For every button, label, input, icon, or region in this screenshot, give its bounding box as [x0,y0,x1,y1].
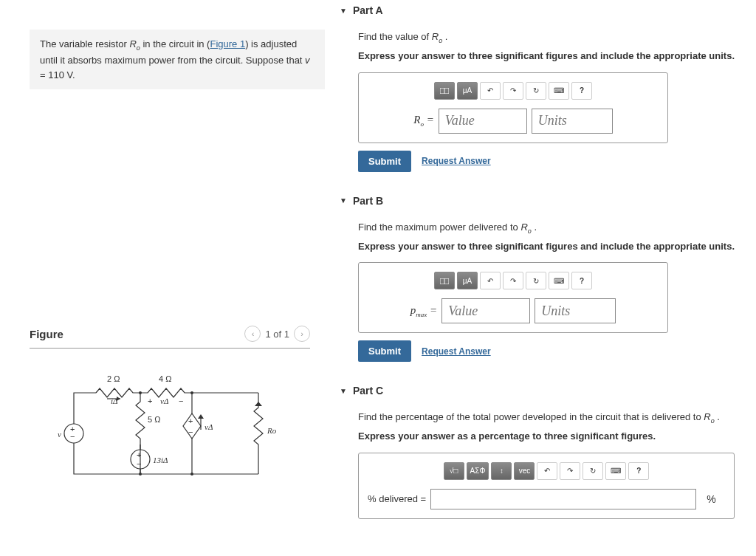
figure-title: Figure [30,328,63,340]
keyboard-button[interactable]: ⌨ [605,462,626,480]
answer-panel: ▼ Part A Find the value of Ro . Express … [340,0,756,538]
reset-button[interactable]: ↻ [526,272,546,289]
part-b-title: Part B [353,195,383,207]
help-button[interactable]: ? [571,82,592,100]
part-c-answer-box: √□ ΑΣΦ ↕ vec ↶ ↷ ↻ ⌨ ? % delivered = % [358,453,735,519]
part-c-unit: % [707,493,715,505]
redo-button[interactable]: ↷ [503,272,523,289]
svg-text:−: − [179,397,183,405]
part-c-title: Part C [353,385,383,397]
svg-text:+: + [188,416,193,425]
part-a-instruction: Find the value of Ro . [358,30,741,46]
svg-point-22 [190,473,193,476]
svg-text:v: v [58,430,61,439]
svg-text:−: − [188,428,193,436]
part-b-toolbar: ⎕⎕ μA ↶ ↷ ↻ ⌨ ? [368,272,659,289]
units-button[interactable]: μA [457,82,478,100]
problem-statement: The variable resistor Ro in the circuit … [30,30,325,89]
svg-text:4 Ω: 4 Ω [159,374,171,383]
part-c-lhs: % delivered = [368,493,426,504]
keyboard-button[interactable]: ⌨ [549,272,569,289]
vec-button[interactable]: vec [514,462,535,480]
svg-text:vΔ: vΔ [160,397,168,405]
part-a-header[interactable]: ▼ Part A [340,0,741,21]
svg-text:vΔ: vΔ [205,422,213,431]
part-c-instruction: Find the percentage of the total power d… [358,410,741,426]
collapse-icon: ▼ [340,387,347,395]
svg-text:2 Ω: 2 Ω [107,374,120,383]
circuit-diagram: .w{stroke:#333;stroke-width:1.2;fill:non… [52,363,288,481]
undo-button[interactable]: ↶ [537,462,557,480]
part-a: ▼ Part A Find the value of Ro . Express … [340,0,741,172]
part-c-header[interactable]: ▼ Part C [340,380,741,401]
figure-next-button[interactable]: › [294,326,310,342]
svg-text:Ro: Ro [267,426,277,435]
reset-button[interactable]: ↻ [526,82,546,100]
template-button[interactable]: ⎕⎕ [434,272,455,289]
part-b-submit-button[interactable]: Submit [358,340,411,362]
reset-button[interactable]: ↻ [583,462,603,480]
part-a-toolbar: ⎕⎕ μA ↶ ↷ ↻ ⌨ ? [368,82,659,100]
part-b-request-answer-link[interactable]: Request Answer [422,346,491,357]
redo-button[interactable]: ↷ [560,462,580,480]
text: The variable resistor [40,38,129,49]
units-button[interactable]: μA [457,272,478,289]
collapse-icon: ▼ [340,7,347,15]
help-button[interactable]: ? [628,462,649,480]
part-b-units-input[interactable] [535,298,616,323]
part-a-title: Part A [353,4,383,16]
problem-panel: The variable resistor Ro in the circuit … [0,0,340,538]
svg-text:+: + [137,450,141,459]
part-a-lhs: Ro = [413,114,434,128]
part-b-lhs: pmax = [410,304,437,318]
part-c: ▼ Part C Find the percentage of the tota… [340,380,741,519]
part-a-hint: Express your answer to three significant… [358,49,741,64]
part-a-answer-box: ⎕⎕ μA ↶ ↷ ↻ ⌨ ? Ro = [358,72,668,143]
keyboard-button[interactable]: ⌨ [549,82,569,100]
part-b-value-input[interactable] [441,298,530,323]
svg-point-21 [139,473,142,476]
svg-text:13iΔ: 13iΔ [153,456,168,464]
subsup-button[interactable]: ↕ [491,462,512,480]
part-a-request-answer-link[interactable]: Request Answer [422,156,491,166]
redo-button[interactable]: ↷ [503,82,523,100]
part-a-value-input[interactable] [439,109,527,134]
part-b: ▼ Part B Find the maximum power delivere… [340,191,741,363]
undo-button[interactable]: ↶ [480,82,501,100]
svg-text:+: + [148,397,152,405]
figure-section: Figure ‹ 1 of 1 › .w{stroke:#333;stroke-… [15,326,325,481]
figure-pager: ‹ 1 of 1 › [244,326,310,342]
svg-text:5 Ω: 5 Ω [148,415,160,424]
svg-text:−: − [137,459,141,468]
figure-link[interactable]: Figure 1 [210,38,245,49]
undo-button[interactable]: ↶ [480,272,501,289]
figure-prev-button[interactable]: ‹ [244,326,261,342]
part-a-units-input[interactable] [532,109,613,134]
collapse-icon: ▼ [340,196,347,205]
svg-text:−: − [70,432,75,441]
part-b-header[interactable]: ▼ Part B [340,191,741,211]
greek-button[interactable]: ΑΣΦ [467,462,489,480]
part-b-answer-box: ⎕⎕ μA ↶ ↷ ↻ ⌨ ? pmax = [358,262,668,333]
part-c-value-input[interactable] [430,489,696,509]
part-c-toolbar: √□ ΑΣΦ ↕ vec ↶ ↷ ↻ ⌨ ? [368,462,725,480]
part-b-hint: Express your answer to three significant… [358,239,741,254]
figure-pager-text: 1 of 1 [265,329,289,340]
part-a-submit-button[interactable]: Submit [358,151,411,172]
sqrt-button[interactable]: √□ [444,462,464,480]
part-c-hint: Express your answer as a percentage to t… [358,429,741,444]
help-button[interactable]: ? [571,272,592,289]
template-button[interactable]: ⎕⎕ [434,82,455,100]
part-b-instruction: Find the maximum power delivered to Ro . [358,220,741,236]
